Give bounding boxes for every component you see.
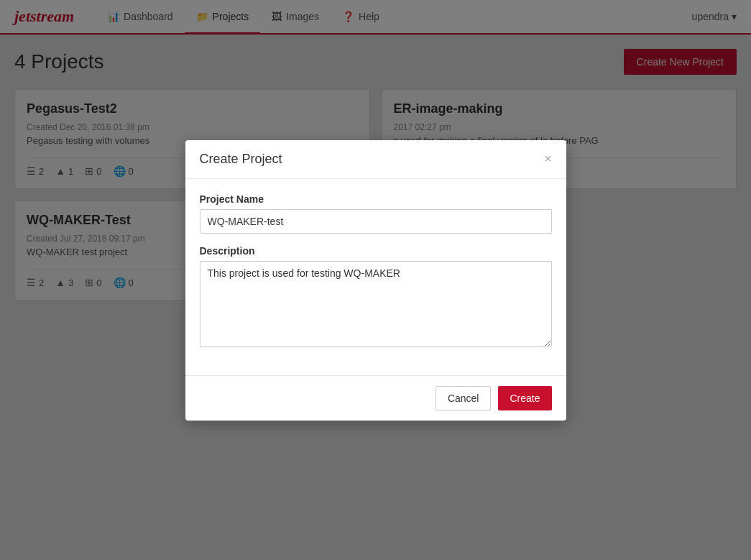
create-button[interactable]: Create [498, 386, 551, 410]
modal-close-button[interactable]: × [544, 152, 552, 165]
modal-header: Create Project × [185, 140, 566, 179]
description-input[interactable]: This project is used for testing WQ-MAKE… [200, 261, 552, 347]
modal-body: Project Name Description This project is… [185, 179, 566, 375]
modal-title: Create Project [200, 152, 282, 167]
description-label: Description [200, 245, 552, 257]
modal-footer: Cancel Create [185, 375, 566, 421]
create-project-modal: Create Project × Project Name Descriptio… [185, 140, 566, 421]
project-name-group: Project Name [200, 193, 552, 234]
project-name-input[interactable] [200, 209, 552, 234]
description-group: Description This project is used for tes… [200, 245, 552, 349]
modal-overlay[interactable]: Create Project × Project Name Descriptio… [0, 0, 751, 560]
cancel-button[interactable]: Cancel [436, 386, 492, 410]
project-name-label: Project Name [200, 193, 552, 205]
